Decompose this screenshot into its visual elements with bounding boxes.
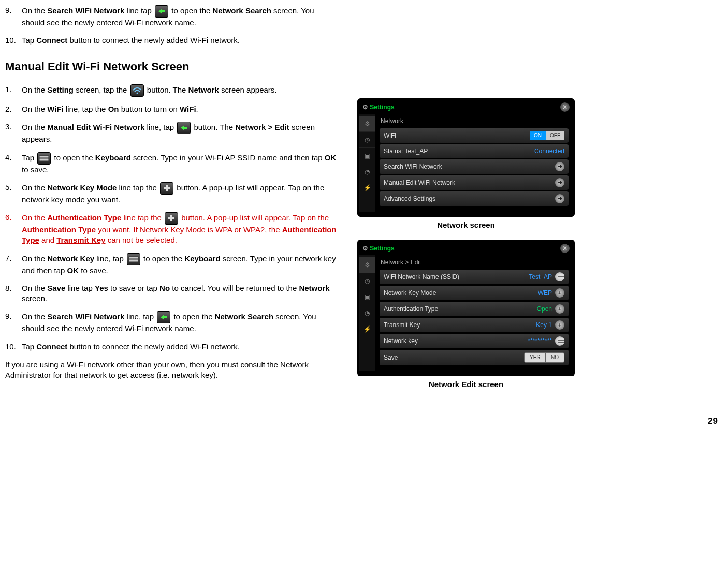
settings-row[interactable]: Network Key ModeWEP+ — [380, 286, 569, 300]
step-number: 2. — [5, 104, 22, 114]
plus-icon[interactable]: + — [555, 320, 564, 330]
bus-icon[interactable]: ▣ — [359, 148, 375, 164]
row-label: Advanced Settings — [384, 195, 435, 203]
svg-point-1 — [136, 93, 138, 94]
step-number: 3. — [5, 122, 22, 144]
step-number: 7. — [5, 253, 22, 276]
step-number: 10. — [5, 342, 22, 352]
arrow-icon[interactable]: ➔ — [555, 194, 564, 203]
keyboard-icon — [127, 253, 140, 265]
top-steps-list: 9.On the Search WIFi Network line tap to… — [5, 5, 337, 46]
breadcrumb: Network > Edit — [380, 256, 569, 270]
row-value: ********** — [528, 337, 552, 345]
network-screen-title: Settings — [370, 103, 394, 111]
step-text: On the Manual Edit Wi-Fi Network line, t… — [22, 122, 337, 144]
chart-icon[interactable]: ◔ — [359, 305, 375, 321]
step-number: 10. — [5, 35, 22, 46]
clock-icon[interactable]: ◷ — [359, 273, 375, 289]
svg-marker-13 — [161, 315, 167, 320]
screenshot2-caption: Network Edit screen — [357, 379, 575, 390]
step-text: On the Network Key Mode line tap the but… — [22, 182, 337, 205]
plus-icon[interactable]: + — [555, 304, 564, 314]
row-label: Manual Edit WiFi Network — [384, 179, 455, 187]
svg-marker-0 — [158, 9, 165, 14]
row-label: WiFi — [384, 131, 396, 140]
section-heading: Manual Edit Wi-Fi Network Screen — [5, 59, 337, 75]
keyboard-icon — [37, 152, 51, 165]
close-icon[interactable]: ✕ — [560, 102, 570, 112]
step-text: Tap Connect button to connect the newly … — [22, 342, 337, 352]
step-number: 6. — [5, 212, 22, 246]
svg-marker-2 — [181, 125, 187, 130]
gear-icon: ⚙ — [362, 245, 370, 252]
network-edit-screen: ⚙ Settings✕⚙◷▣◔⚡Network > EditWiFi Netwo… — [357, 240, 575, 376]
step-text: Tap to open the Keyboard screen. Type in… — [22, 152, 337, 175]
step-text: On the Network Key line, tap to open the… — [22, 253, 337, 276]
screenshots-column: ⚙ Settings✕⚙◷▣◔⚡NetworkWiFiONOFFStatus: … — [357, 5, 575, 399]
gear-icon[interactable]: ⚙ — [359, 116, 375, 132]
chart-icon[interactable]: ◔ — [359, 164, 375, 180]
keyboard-icon[interactable] — [555, 336, 564, 346]
step-item: 10.Tap Connect button to connect the new… — [5, 342, 337, 352]
arrow-icon[interactable]: ➔ — [555, 162, 564, 171]
step-text: On the Search WIFi Network line tap to o… — [22, 5, 337, 28]
gear-icon[interactable]: ⚙ — [359, 257, 375, 273]
row-value: Open — [537, 305, 552, 313]
plus-icon[interactable]: + — [555, 288, 564, 298]
settings-row[interactable]: Network key********** — [380, 334, 569, 348]
step-text: On the Authentication Type line tap the … — [22, 212, 337, 246]
wifi-icon — [130, 84, 144, 97]
row-value: WEP — [538, 289, 552, 297]
instructions-column: 9.On the Search WIFi Network line tap to… — [5, 5, 337, 399]
close-icon[interactable]: ✕ — [560, 244, 570, 253]
settings-row[interactable]: Status: Test_APConnected — [380, 144, 569, 158]
footer-note: If you are using a Wi-Fi network other t… — [5, 360, 337, 381]
step-item: 4.Tap to open the Keyboard screen. Type … — [5, 152, 337, 175]
settings-row[interactable]: WiFiONOFF — [380, 128, 569, 143]
plug-icon[interactable]: ⚡ — [359, 180, 375, 196]
row-label: Status: Test_AP — [384, 147, 428, 155]
step-number: 9. — [5, 5, 22, 28]
plug-icon[interactable]: ⚡ — [359, 321, 375, 337]
step-item: 6.On the Authentication Type line tap th… — [5, 212, 337, 246]
step-item: 10.Tap Connect button to connect the new… — [5, 35, 337, 46]
settings-row[interactable]: Manual Edit WiFi Network➔ — [380, 175, 569, 190]
bus-icon[interactable]: ▣ — [359, 289, 375, 305]
step-number: 4. — [5, 152, 22, 175]
breadcrumb: Network — [380, 115, 569, 128]
step-text: On the WiFi line, tap the On button to t… — [22, 104, 337, 114]
on-off-toggle[interactable]: ONOFF — [530, 131, 564, 140]
page-number: 29 — [5, 412, 718, 427]
row-value: Connected — [534, 147, 564, 155]
step-text: On the Search WIFi Network line, tap to … — [22, 311, 337, 334]
row-value: Key 1 — [536, 321, 552, 329]
step-text: On the Setting screen, tap the button. T… — [22, 84, 337, 97]
row-label: Authentication Type — [384, 305, 438, 313]
step-number: 8. — [5, 283, 22, 304]
arrow-icon — [177, 122, 191, 134]
settings-row[interactable]: Authentication TypeOpen+ — [380, 302, 569, 316]
row-label: Network Key Mode — [384, 289, 436, 297]
settings-row[interactable]: SaveYESNO — [380, 350, 569, 365]
step-number: 9. — [5, 311, 22, 334]
settings-row[interactable]: WiFi Network Name (SSID)Test_AP — [380, 270, 569, 284]
step-number: 1. — [5, 84, 22, 97]
svg-rect-10 — [129, 257, 138, 262]
settings-row[interactable]: Transmit KeyKey 1+ — [380, 318, 569, 332]
main-steps-list: 1.On the Setting screen, tap the button.… — [5, 84, 337, 352]
row-value: Test_AP — [529, 273, 552, 281]
plus-icon — [160, 182, 173, 195]
clock-icon[interactable]: ◷ — [359, 132, 375, 148]
row-label: WiFi Network Name (SSID) — [384, 273, 459, 281]
row-label: Network key — [384, 337, 418, 345]
arrow-icon[interactable]: ➔ — [555, 178, 564, 187]
settings-row[interactable]: Search WiFi Network➔ — [380, 159, 569, 174]
step-item: 5.On the Network Key Mode line tap the b… — [5, 182, 337, 205]
step-item: 1.On the Setting screen, tap the button.… — [5, 84, 337, 97]
yes-no-toggle[interactable]: YESNO — [524, 352, 564, 363]
network-screen: ⚙ Settings✕⚙◷▣◔⚡NetworkWiFiONOFFStatus: … — [357, 98, 575, 217]
keyboard-icon[interactable] — [555, 272, 564, 281]
step-item: 2.On the WiFi line, tap the On button to… — [5, 104, 337, 114]
settings-row[interactable]: Advanced Settings➔ — [380, 191, 569, 206]
step-number: 5. — [5, 182, 22, 205]
